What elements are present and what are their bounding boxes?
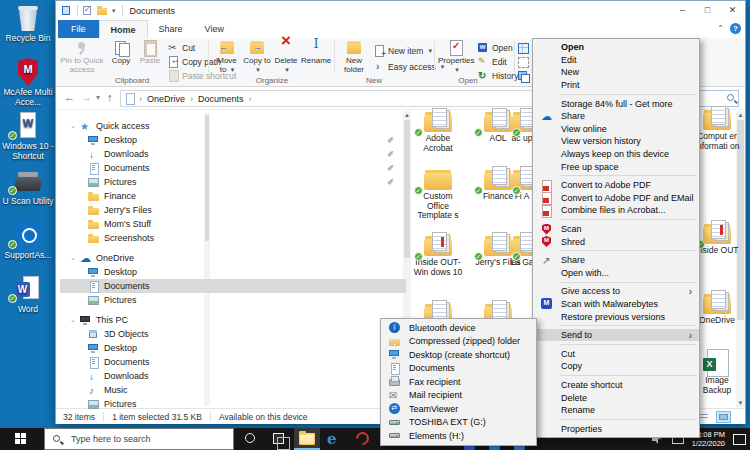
- up-arrow-icon[interactable]: ↑: [107, 91, 113, 103]
- desktop-icon[interactable]: Recycle Bin: [1, 4, 55, 44]
- file-explorer-taskbar-button[interactable]: [294, 428, 320, 450]
- quick-access-toolbar-folder-icon[interactable]: [97, 5, 108, 16]
- file-item[interactable]: Comput er Informati on: [694, 105, 740, 151]
- edge-taskbar-button[interactable]: e: [322, 428, 348, 450]
- nav-item[interactable]: Jerry's Files ✐: [60, 203, 406, 217]
- nav-item[interactable]: Pictures ✐: [60, 397, 406, 411]
- context-menu-item[interactable]: Share: [533, 254, 699, 267]
- taskbar-search-input[interactable]: Type here to search: [44, 428, 234, 450]
- desktop-icon[interactable]: McAfee Multi Acce...: [1, 58, 55, 107]
- minimize-button[interactable]: –: [670, 1, 695, 20]
- action-center-icon[interactable]: [733, 434, 746, 445]
- back-arrow-icon[interactable]: ←: [64, 91, 75, 103]
- nav-item[interactable]: 3D Objects ✐: [60, 327, 406, 341]
- context-menu-item[interactable]: Shred: [533, 235, 699, 248]
- context-menu-item[interactable]: Create shortcut: [533, 379, 699, 392]
- nav-item[interactable]: Pictures ✐: [60, 293, 406, 307]
- ribbon-tab[interactable]: View: [194, 20, 235, 38]
- file-item[interactable]: OneDrive: [694, 289, 740, 326]
- nav-item[interactable]: Desktop ✐: [60, 133, 406, 147]
- cut-button[interactable]: Cut: [168, 41, 195, 54]
- new-folder-button[interactable]: New folder: [338, 40, 370, 74]
- task-view-button[interactable]: [266, 428, 292, 450]
- context-menu-item[interactable]: Convert to Adobe PDF: [533, 179, 699, 192]
- file-item[interactable]: Adobe Acrobat: [412, 107, 464, 153]
- nav-item[interactable]: This PC ✐: [60, 313, 406, 327]
- paste-button[interactable]: Paste: [136, 40, 164, 66]
- copy-button[interactable]: Copy: [108, 40, 134, 66]
- nav-item[interactable]: Desktop ✐: [60, 341, 406, 355]
- desktop-icon[interactable]: Word: [1, 275, 55, 315]
- context-menu-item[interactable]: Scan: [533, 223, 699, 236]
- file-item[interactable]: La Ga: [510, 231, 534, 268]
- context-menu-item[interactable]: Copy: [533, 360, 699, 373]
- nav-item[interactable]: Screenshots ✐: [60, 231, 406, 245]
- nav-item[interactable]: Mom's Stuff ✐: [60, 217, 406, 231]
- pin-to-quick-access-button[interactable]: Pin to Quick access: [60, 40, 104, 74]
- context-menu-item[interactable]: Convert to Adobe PDF and EMail: [533, 192, 699, 205]
- delete-button[interactable]: Delete: [273, 40, 299, 74]
- file-item[interactable]: Fi A: [510, 165, 534, 202]
- context-menu-item[interactable]: Scan with Malwarebytes: [533, 298, 699, 311]
- context-menu-item[interactable]: New: [533, 66, 699, 79]
- context-menu-item[interactable]: Open: [533, 41, 699, 54]
- context-menu-item[interactable]: View online: [533, 123, 699, 136]
- desktop-icon[interactable]: U Scan Utility: [1, 167, 55, 207]
- quick-access-toolbar-properties-icon[interactable]: [61, 5, 72, 16]
- context-menu-item[interactable]: Send to: [533, 329, 699, 342]
- context-menu-item[interactable]: Give access to: [533, 285, 699, 298]
- cortana-button[interactable]: [238, 428, 264, 450]
- send-to-menu-item[interactable]: Fax recipient: [381, 375, 536, 389]
- nav-item[interactable]: Downloads ✐: [60, 147, 406, 161]
- breadcrumb-item[interactable]: Documents: [198, 94, 257, 104]
- context-menu-item[interactable]: Free up space: [533, 160, 699, 173]
- context-menu-item[interactable]: Rename: [533, 404, 699, 417]
- send-to-menu-item[interactable]: Mail recipient: [381, 389, 536, 403]
- context-menu-item[interactable]: Storage 84% full - Get more: [533, 97, 699, 110]
- start-button[interactable]: [0, 428, 44, 450]
- nav-item[interactable]: Documents ✐: [60, 355, 406, 369]
- context-menu-item[interactable]: Cut: [533, 347, 699, 360]
- file-item[interactable]: ac up: [510, 107, 534, 144]
- move-to-button[interactable]: Move to: [213, 40, 241, 74]
- send-to-menu-item[interactable]: TOSHIBA EXT (G:): [381, 416, 536, 430]
- file-item[interactable]: Inside OUT-Win dows 10: [412, 231, 464, 277]
- recent-locations-chevron-icon[interactable]: ▾: [96, 93, 100, 102]
- quick-access-toolbar-checkbox-icon[interactable]: [82, 5, 93, 16]
- breadcrumb-item[interactable]: OneDrive: [147, 94, 198, 104]
- nav-item[interactable]: Documents ✐: [60, 279, 406, 293]
- customize-quick-access-chevron-icon[interactable]: ▾: [112, 7, 116, 15]
- nav-item[interactable]: OneDrive ✐: [60, 251, 406, 265]
- copy-to-button[interactable]: Copy to: [243, 40, 271, 74]
- rename-button[interactable]: Rename: [301, 40, 331, 66]
- context-menu-item[interactable]: View version history: [533, 135, 699, 148]
- send-to-menu-item[interactable]: Documents: [381, 362, 536, 376]
- context-menu-item[interactable]: Restore previous versions: [533, 310, 699, 323]
- desktop-icon[interactable]: Windows 10 - Shortcut: [1, 112, 55, 161]
- context-menu-item[interactable]: Share: [533, 110, 699, 123]
- context-menu-item[interactable]: Print: [533, 79, 699, 92]
- nav-item[interactable]: Quick access ✐: [60, 119, 406, 133]
- file-item[interactable]: Inside OUT: [694, 219, 740, 256]
- send-to-menu-item[interactable]: Desktop (create shortcut): [381, 348, 536, 362]
- context-menu-item[interactable]: Combine files in Acrobat...: [533, 204, 699, 217]
- forward-arrow-icon[interactable]: →: [81, 91, 92, 103]
- nav-item[interactable]: Documents ✐: [60, 161, 406, 175]
- send-to-menu-item[interactable]: Bluetooth device: [381, 321, 536, 335]
- send-to-menu-item[interactable]: Compressed (zipped) folder: [381, 335, 536, 349]
- nav-item[interactable]: Desktop ✐: [60, 265, 406, 279]
- file-item[interactable]: Image Backup: [694, 349, 740, 395]
- file-item[interactable]: Custom Office Template s: [412, 165, 464, 221]
- send-to-menu-item[interactable]: TeamViewer: [381, 402, 536, 416]
- context-menu-item[interactable]: Always keep on this device: [533, 148, 699, 161]
- send-to-menu-item[interactable]: Elements (H:): [381, 429, 536, 443]
- ribbon-tab[interactable]: File: [58, 20, 99, 38]
- nav-item[interactable]: Music ✐: [60, 383, 406, 397]
- nav-item[interactable]: Finance ✐: [60, 189, 406, 203]
- nav-item[interactable]: Pictures ✐: [60, 175, 406, 189]
- acrobat-taskbar-button[interactable]: [350, 428, 376, 450]
- context-menu-item[interactable]: Edit: [533, 54, 699, 67]
- context-menu-item[interactable]: Open with...: [533, 267, 699, 280]
- context-menu-item[interactable]: Properties: [533, 422, 699, 435]
- nav-item[interactable]: Downloads ✐: [60, 369, 406, 383]
